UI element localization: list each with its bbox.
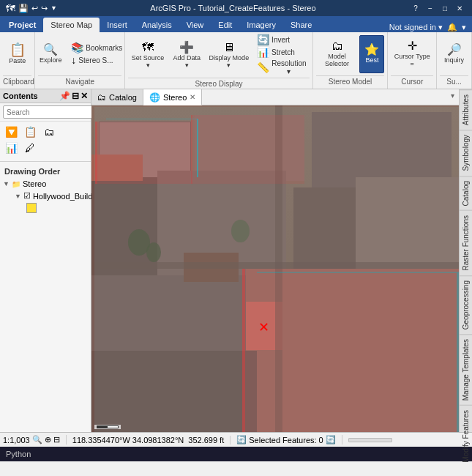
best-button[interactable]: ⭐ Best bbox=[359, 35, 384, 73]
edit-tool[interactable]: 🖊 bbox=[22, 141, 38, 155]
tab-menu-btn[interactable]: ▾ bbox=[446, 89, 459, 105]
selected-features: Selected Features: 0 bbox=[249, 436, 323, 445]
ribbon-group-su: 🔎 Inquiry Su... bbox=[437, 32, 472, 89]
filter-tool[interactable]: 🔽 bbox=[3, 124, 19, 139]
su-label: Su... bbox=[440, 75, 468, 87]
qat-dropdown[interactable]: ▼ bbox=[50, 4, 57, 12]
tab-stereo-map[interactable]: Stereo Map bbox=[43, 18, 100, 32]
paste-button[interactable]: 📋 Paste bbox=[3, 35, 32, 73]
map-area: 🗂 Catalog 🌐 Stereo ✕ ▾ bbox=[91, 89, 459, 432]
maximize-button[interactable]: □ bbox=[438, 2, 452, 14]
geoprocessing-tab[interactable]: Geoprocessing bbox=[460, 275, 472, 334]
road-horizontal bbox=[91, 262, 459, 269]
stereo-model-label: Stereo Model bbox=[316, 75, 385, 87]
status-scale: 1:1,003 🔍 ⊕ ⊟ bbox=[3, 435, 67, 445]
menu-icon[interactable]: ⊟ bbox=[72, 91, 79, 101]
stereo-display: ✕ bbox=[91, 105, 459, 432]
stereo-display-label: Stereo Display bbox=[128, 78, 309, 89]
qat-save[interactable]: 💾 bbox=[18, 4, 29, 13]
scale-value: 1:1,003 bbox=[3, 436, 30, 445]
raster-functions-tab[interactable]: Raster Functions bbox=[460, 210, 472, 275]
search-input[interactable] bbox=[3, 105, 103, 119]
expand-arrow: ▼ bbox=[15, 193, 21, 200]
stereo-tab-close[interactable]: ✕ bbox=[190, 93, 195, 101]
tab-view[interactable]: View bbox=[179, 18, 211, 32]
drawing-order-label: Drawing Order bbox=[0, 165, 91, 178]
search-bar: 🔍 bbox=[0, 103, 91, 122]
scale-bar bbox=[94, 425, 121, 429]
layer-group-label: Stereo bbox=[23, 179, 46, 188]
layer-hollywood-buildings[interactable]: ▼ ☑ Hollywood_Buildings_C... bbox=[0, 190, 91, 202]
add-data-icon: ➕ bbox=[179, 42, 194, 53]
tab-imagery[interactable]: Imagery bbox=[239, 18, 283, 32]
close-button[interactable]: ✕ bbox=[453, 2, 466, 14]
chart-tool[interactable]: 📊 bbox=[3, 141, 19, 155]
set-source-button[interactable]: 🗺 Set Source ▾ bbox=[128, 36, 167, 74]
explore-button[interactable]: 🔍 Explore bbox=[34, 35, 67, 73]
tab-analysis[interactable]: Analysis bbox=[135, 18, 179, 32]
refresh-icon: 🔄 bbox=[236, 435, 247, 445]
coordinates-value: 118.3354470°W 34.0981382°N bbox=[72, 436, 184, 445]
help-button[interactable]: ? bbox=[409, 2, 422, 14]
explore-icon: 🔍 bbox=[43, 44, 58, 56]
tab-spacer bbox=[202, 89, 446, 105]
catalog-tab[interactable]: Catalog bbox=[460, 176, 472, 210]
map-tab-catalog[interactable]: 🗂 Catalog bbox=[91, 89, 143, 105]
map-canvas[interactable]: ✕ bbox=[91, 105, 459, 432]
tab-insert[interactable]: Insert bbox=[100, 18, 135, 32]
sidebar-tool-row-2: 📊 🖊 bbox=[3, 141, 88, 155]
cursor-type-button[interactable]: ✛ Cursor Type = bbox=[391, 35, 433, 73]
inquiry-button[interactable]: 🔎 Inquiry bbox=[440, 35, 469, 73]
status-coordinates: 118.3354470°W 34.0981382°N 352.699 ft bbox=[72, 436, 231, 445]
qat-area: 🗺 💾 ↩ ↪ ▼ bbox=[6, 3, 57, 14]
layer-check-icon: ☑ bbox=[23, 191, 31, 201]
qat-undo[interactable]: ↩ bbox=[31, 4, 38, 13]
tree-2 bbox=[231, 220, 250, 242]
group-tool[interactable]: 🗂 bbox=[41, 124, 57, 139]
table-tool[interactable]: 📋 bbox=[22, 124, 38, 139]
set-source-icon: 🗺 bbox=[142, 42, 154, 53]
cursor-icon: ✛ bbox=[408, 40, 417, 52]
color-box bbox=[26, 203, 37, 213]
notification-icon[interactable]: 🔔 bbox=[447, 23, 457, 32]
add-data-button[interactable]: ➕ Add Data ▾ bbox=[170, 36, 204, 74]
app-body: Contents 📌 ⊟ ✕ 🔍 🔽 📋 🗂 📊 🖊 Drawing Order bbox=[0, 89, 472, 432]
attributes-tab[interactable]: Attributes bbox=[460, 89, 472, 130]
model-selector-button[interactable]: 🗂 Model Selector bbox=[316, 35, 359, 73]
pin-icon[interactable]: 📌 bbox=[59, 91, 70, 101]
manage-templates-tab[interactable]: Manage Templates bbox=[460, 334, 472, 405]
invert-button[interactable]: 🔄 Invert bbox=[254, 34, 310, 45]
tab-project[interactable]: Project bbox=[1, 18, 43, 32]
display-mode-icon: 🖥 bbox=[223, 42, 235, 53]
account-dropdown[interactable]: ▾ bbox=[462, 23, 466, 32]
status-refresh[interactable]: 🔄 Selected Features: 0 🔄 bbox=[236, 435, 342, 445]
cursor-label: Cursor bbox=[391, 75, 433, 87]
stretch-icon: 📊 bbox=[257, 47, 269, 57]
qat-redo[interactable]: ↪ bbox=[41, 4, 48, 13]
resolution-button[interactable]: 📏 Resolution ▾ bbox=[254, 59, 310, 76]
stereo-source-button[interactable]: ↓ Stereo S... bbox=[68, 54, 125, 66]
ribbon-group-cursor: ✛ Cursor Type = Cursor bbox=[388, 32, 437, 89]
nav-icons[interactable]: ⊕ ⊟ bbox=[45, 435, 60, 445]
close-panel-icon[interactable]: ✕ bbox=[80, 91, 88, 101]
minimize-button[interactable]: − bbox=[424, 2, 437, 14]
symbology-tab[interactable]: Symbology bbox=[460, 130, 472, 175]
elevation-value: 352.699 ft bbox=[188, 436, 224, 445]
layer-group-stereo[interactable]: ▼ 📁 Stereo bbox=[0, 178, 91, 190]
tab-edit[interactable]: Edit bbox=[211, 18, 239, 32]
map-tab-bar: 🗂 Catalog 🌐 Stereo ✕ ▾ bbox=[91, 89, 459, 105]
bookmarks-button[interactable]: 📚 Bookmarks bbox=[68, 42, 125, 53]
ribbon-group-clipboard: 📋 Paste Clipboard bbox=[0, 32, 35, 89]
status-bar: 1:1,003 🔍 ⊕ ⊟ 118.3354470°W 34.0981382°N… bbox=[0, 432, 472, 447]
sync-icon[interactable]: 🔄 bbox=[326, 435, 336, 445]
layer-color-swatch[interactable] bbox=[0, 203, 91, 213]
catalog-tab-icon: 🗂 bbox=[97, 92, 106, 103]
display-mode-button[interactable]: 🖥 Display Mode ▾ bbox=[206, 36, 252, 74]
map-tab-stereo[interactable]: 🌐 Stereo ✕ bbox=[143, 89, 202, 105]
not-signed-in[interactable]: Not signed in ▾ bbox=[389, 23, 443, 32]
red-fringe-3 bbox=[242, 269, 459, 432]
stretch-button[interactable]: 📊 Stretch bbox=[254, 46, 310, 58]
modify-features-tab[interactable]: Modify Features bbox=[460, 405, 472, 467]
red-fringe-2 bbox=[191, 115, 305, 184]
tab-share[interactable]: Share bbox=[283, 18, 319, 32]
